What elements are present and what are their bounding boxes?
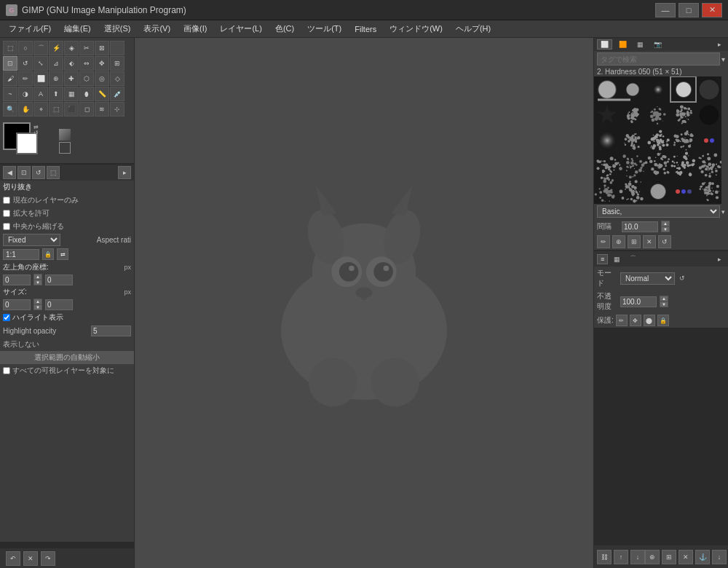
brush-copy-btn[interactable]: ⊕ (612, 235, 625, 248)
close-button[interactable]: ✕ (702, 3, 722, 17)
tool-flip[interactable]: ⇔ (79, 56, 94, 71)
layers-delete-btn[interactable]: ✕ (678, 550, 693, 564)
tab-patterns[interactable]: 🟧 (615, 39, 630, 50)
x-spin-down[interactable]: ▼ (33, 280, 42, 285)
pattern-icon[interactable] (59, 129, 71, 141)
maximize-button[interactable]: □ (678, 3, 699, 17)
tool-shear[interactable]: ⊿ (49, 56, 63, 71)
tool-dodge[interactable]: ◑ (18, 87, 33, 101)
reset-colors-icon[interactable]: ↺ (33, 130, 39, 136)
mode-reset-icon[interactable]: ↺ (679, 275, 685, 282)
tool-healing[interactable]: ✚ (64, 71, 79, 86)
opacity-input[interactable] (620, 296, 657, 307)
width-input[interactable] (3, 299, 31, 310)
ratio-input[interactable] (3, 249, 39, 260)
clear-btn[interactable]: ✕ (23, 551, 38, 566)
highlight-opacity-input[interactable] (91, 326, 131, 336)
layers-merge-btn[interactable]: ↓ (712, 550, 727, 564)
tool-selection-ellipse[interactable]: ○ (18, 41, 33, 55)
tool-colorpicker[interactable]: 💉 (110, 87, 124, 101)
tool-eraser[interactable]: ⬜ (33, 71, 48, 86)
tool-selection-by-color[interactable]: ◈ (64, 41, 79, 55)
layers-new-btn[interactable]: ⊕ (645, 550, 660, 564)
w-spin-down[interactable]: ▼ (33, 304, 42, 310)
minimize-button[interactable]: — (655, 3, 676, 17)
tool-path-empty[interactable] (110, 41, 124, 55)
layers-menu-btn[interactable]: ▸ (714, 254, 725, 264)
undo-btn[interactable]: ↶ (6, 551, 20, 566)
mode-select[interactable]: Normal Dissolve Multiply Screen Overlay (620, 272, 675, 285)
tool-transform-rotate[interactable]: ↺ (18, 56, 33, 71)
menu-tools[interactable]: ツール(T) (301, 22, 347, 36)
all-layers-checkbox[interactable] (3, 367, 10, 374)
tool-extra4[interactable]: ◻ (79, 102, 94, 117)
menu-filters[interactable]: Filters (349, 23, 382, 35)
tool-clone[interactable]: ⊕ (49, 71, 63, 86)
tool-crop[interactable]: ⊡ (3, 56, 17, 71)
menu-windows[interactable]: ウィンドウ(W) (384, 22, 448, 36)
layers-up-btn[interactable]: ↑ (614, 550, 628, 564)
layers-chain-btn[interactable]: ⛓ (597, 550, 612, 564)
layers-down-btn[interactable]: ↓ (630, 550, 645, 564)
gradient-icon[interactable] (59, 142, 71, 154)
ratio-lock-icon[interactable]: 🔒 (42, 248, 54, 260)
tool-extra1[interactable]: ⌖ (33, 102, 48, 117)
x-spin-up[interactable]: ▲ (33, 274, 42, 280)
x-position-input[interactable] (3, 275, 31, 285)
lock-all-btn[interactable]: 🔒 (657, 315, 669, 326)
menu-select[interactable]: 選択(S) (98, 22, 137, 36)
tab-gradients[interactable]: ▦ (633, 39, 647, 50)
auto-shrink-row[interactable]: 選択範囲の自動縮小 (0, 351, 134, 364)
opacity-up[interactable]: ▲ (660, 296, 668, 301)
from-center-checkbox[interactable] (3, 223, 10, 230)
menu-color[interactable]: 色(C) (269, 22, 300, 36)
brush-size-input[interactable] (622, 221, 658, 232)
tool-selection-fuzzy[interactable]: ⚡ (49, 41, 63, 55)
options-prev-btn[interactable]: ◀ (3, 166, 16, 179)
brush-edit-btn[interactable]: ✏ (597, 235, 610, 248)
tool-extra3[interactable]: ⬛ (64, 102, 79, 117)
lock-pixels-btn[interactable]: ✏ (616, 315, 628, 326)
tool-extra6[interactable]: ⊹ (110, 102, 124, 117)
options-close-btn[interactable]: ▸ (118, 166, 131, 179)
tool-selection-rect[interactable]: ⬚ (3, 41, 17, 55)
menu-view[interactable]: 表示(V) (138, 22, 176, 36)
tool-selection-free[interactable]: ⌒ (33, 41, 48, 55)
tool-scale[interactable]: ⤡ (33, 56, 48, 71)
brush-search-input[interactable] (597, 52, 720, 66)
menu-edit[interactable]: 編集(E) (58, 22, 97, 36)
tool-pan[interactable]: ✋ (18, 102, 33, 117)
tool-sharpen[interactable]: ◇ (110, 71, 124, 86)
options-settings-btn[interactable]: ⊡ (17, 166, 31, 179)
brush-size-up[interactable]: ▲ (661, 221, 670, 226)
options-window-btn[interactable]: ⬚ (47, 166, 60, 179)
tab-brushes[interactable]: ⬜ (597, 39, 612, 50)
tool-smudge[interactable]: ~ (3, 87, 17, 101)
layers-copy-btn[interactable]: ⊞ (662, 550, 676, 564)
current-layer-checkbox[interactable] (3, 197, 10, 204)
tool-perspective-clone[interactable]: ⬡ (79, 71, 94, 86)
tool-foreground-select[interactable]: ⊠ (95, 41, 109, 55)
lock-position-btn[interactable]: ✥ (630, 315, 641, 326)
menu-file[interactable]: ファイル(F) (3, 22, 57, 36)
tool-perspective[interactable]: ⬖ (64, 56, 79, 71)
tab-paths[interactable]: ⌒ (626, 253, 640, 265)
tool-text[interactable]: A (33, 87, 48, 101)
w-spin-up[interactable]: ▲ (33, 299, 42, 304)
height-input[interactable] (45, 299, 73, 310)
tool-selection-scissors[interactable]: ✂ (79, 41, 94, 55)
tab-fonts[interactable]: 📷 (650, 39, 665, 50)
allow-grow-checkbox[interactable] (3, 210, 10, 217)
opacity-down[interactable]: ▼ (660, 301, 668, 307)
brush-refresh-btn[interactable]: ↺ (658, 235, 671, 248)
y-position-input[interactable] (45, 275, 73, 285)
tool-pencil2[interactable]: ⬮ (79, 87, 94, 101)
tool-measure[interactable]: 📏 (95, 87, 109, 101)
brush-delete-btn[interactable]: ✕ (643, 235, 656, 248)
tool-bucket-fill[interactable]: ⬆ (49, 87, 63, 101)
tool-blur[interactable]: ◎ (95, 71, 109, 86)
brush-size-down[interactable]: ▼ (661, 226, 670, 232)
tool-move[interactable]: ✥ (95, 56, 109, 71)
lock-alpha-btn[interactable]: ⬤ (644, 315, 655, 326)
ratio-swap-icon[interactable]: ⇄ (57, 248, 68, 260)
